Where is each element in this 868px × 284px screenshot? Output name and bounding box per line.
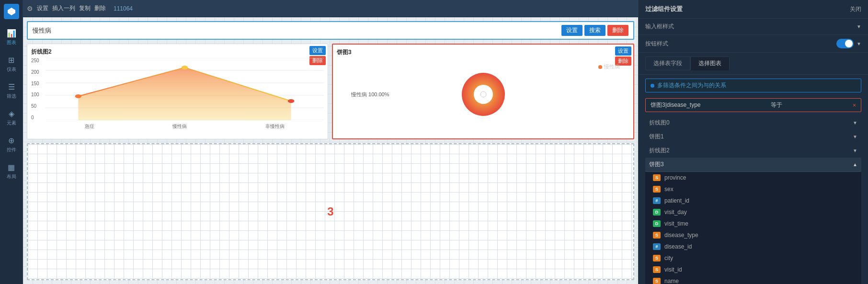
filter-condition-close-btn[interactable]: × [853,102,856,109]
line-chart-widget: 折线图2 设置 删除 250 200 150 100 50 0 [27,44,328,139]
field-label-patient-id: patient_id [664,197,689,204]
right-panel-header: 过滤组件设置 关闭 [639,0,868,19]
chart-list-item-1[interactable]: 饼图1 ▼ [645,130,861,144]
layout-icon: ▦ [8,163,15,172]
input-style-dropdown-arrow[interactable]: ▼ [857,24,861,29]
button-style-toggle[interactable] [836,39,854,48]
pie-legend: 慢性病 [598,63,620,70]
filter-condition-name: 饼图3|disease_type [651,101,701,109]
filter-condition-operator: 等于 [771,101,782,109]
pie-chart-title: 饼图3 [337,48,629,57]
charts-row: 折线图2 设置 删除 250 200 150 100 50 0 [27,44,634,139]
field-item-sex[interactable]: S sex [645,183,861,195]
pie-legend-dot [598,65,602,69]
field-label-sex: sex [664,186,674,193]
chart-list-item-2-label: 折线图2 [649,147,670,155]
field-type-disease-id: # [653,243,661,250]
sidebar-item-filter[interactable]: ☰ 筛选 [1,79,22,103]
filter-condition-row: 饼图3|disease_type 等于 × [645,98,861,112]
field-item-visit-time[interactable]: D visit_time [645,218,861,229]
chart-list: 折线图0 ▼ 饼图1 ▼ 折线图2 ▼ 饼图3 ▲ S province [639,114,868,284]
field-label-visit-time: visit_time [664,220,688,227]
line-chart-y-labels: 250 200 150 100 50 0 [31,58,46,120]
sidebar-item-chart[interactable]: 📊 图表 [1,25,22,50]
chart-list-item-3-label: 饼图3 [649,160,664,169]
topbar-insert-btn[interactable]: 插入一列 [52,4,75,12]
field-item-visit-id[interactable]: S visit_id [645,264,861,275]
field-type-visit-id: S [653,266,661,273]
sidebar: 📊 图表 ⊞ 仪表 ☰ 筛选 ◈ 元素 ⊕ 控件 ▦ 布局 [0,0,23,284]
pie-chart-settings-btn[interactable]: 设置 [615,46,631,56]
svg-marker-0 [8,8,15,15]
button-style-dropdown-arrow[interactable]: ▼ [857,41,861,46]
topbar-delete-btn[interactable]: 删除 [94,4,106,12]
line-chart-settings-btn[interactable]: 设置 [309,46,326,55]
line-chart-x-labels: 急症 慢性病 非慢性病 [46,123,324,130]
line-chart-title: 折线图2 [31,48,324,56]
chart-list-item-0[interactable]: 折线图0 ▼ [645,116,861,130]
settings-icon: ⚙ [27,5,33,12]
empty-panel-number: 3 [327,205,333,218]
chart-list-item-0-label: 折线图0 [649,119,670,127]
button-style-control: ▼ [836,39,861,48]
field-type-sex: S [653,186,661,193]
line-chart-container: 250 200 150 100 50 0 [31,58,324,130]
input-style-section: 输入框样式 ▼ [639,19,868,35]
chart-list-item-2[interactable]: 折线图2 ▼ [645,144,861,158]
chart-list-item-2-arrow: ▼ [853,148,857,153]
field-label-visit-id: visit_id [664,266,682,273]
filter-search-btn[interactable]: 搜索 [584,25,605,36]
field-item-city[interactable]: S city [645,252,861,264]
right-panel: 过滤组件设置 关闭 输入框样式 ▼ 按钮样式 ▼ 选择表字段 选择图表 多筛选条 [638,0,868,284]
sidebar-item-control[interactable]: ⊕ 控件 [1,132,22,157]
filter-delete-btn[interactable]: 删除 [607,25,628,36]
filter-settings-btn[interactable]: 设置 [561,25,582,36]
field-item-province[interactable]: S province [645,172,861,183]
field-item-patient-id[interactable]: # patient_id [645,195,861,206]
pie-legend-label: 慢性病 [604,63,620,70]
pie-chart-widget: 饼图3 设置 删除 慢性病 慢性病 100.00% [332,44,634,139]
topbar-settings-btn[interactable]: 设置 [37,4,48,12]
tab-field[interactable]: 选择表字段 [645,57,690,70]
right-panel-close-btn[interactable]: 关闭 [850,5,861,13]
field-label-disease-type: disease_type [664,232,698,239]
filter-bar-left: 慢性病 [33,26,51,35]
condition-label: 多筛选条件之间为与的关系 [657,81,726,90]
control-icon: ⊕ [8,136,14,145]
right-panel-title: 过滤组件设置 [645,5,683,13]
field-list: S province S sex # patient_id D visit_da… [645,172,861,284]
element-icon: ◈ [9,109,14,118]
field-label-visit-day: visit_day [664,209,687,216]
input-style-control: ▼ [857,24,861,29]
field-label-disease-id: disease_id [664,243,692,250]
main-content: ⚙ 设置 插入一列 复制 删除 111064 慢性病 设置 搜索 删除 [23,0,638,284]
sidebar-item-element[interactable]: ◈ 元素 [1,105,22,130]
input-style-label: 输入框样式 [645,23,674,31]
field-item-name[interactable]: S name [645,275,861,284]
topbar-copy-btn[interactable]: 复制 [79,4,91,12]
svg-point-9 [182,66,188,69]
field-type-patient-id: # [653,197,661,204]
field-type-visit-day: D [653,209,661,216]
canvas-area: 慢性病 设置 搜索 删除 折线图2 设置 删除 [23,17,638,284]
sidebar-item-dashboard[interactable]: ⊞ 仪表 [1,52,22,77]
tab-chart[interactable]: 选择图表 [690,57,730,70]
top-bar: ⚙ 设置 插入一列 复制 删除 111064 [23,0,638,17]
field-label-province: province [664,174,686,181]
field-item-disease-type[interactable]: S disease_type [645,229,861,241]
chart-list-item-1-label: 饼图1 [649,133,664,141]
sidebar-logo [4,4,19,19]
filter-tag: 慢性病 [33,26,51,35]
sidebar-item-layout[interactable]: ▦ 布局 [1,159,22,184]
field-item-visit-day[interactable]: D visit_day [645,206,861,218]
condition-dot [651,84,654,88]
field-type-province: S [653,174,661,181]
chart-list-item-3-arrow: ▲ [853,162,857,167]
field-type-city: S [653,255,661,261]
field-label-name: name [664,278,679,284]
field-item-disease-id[interactable]: # disease_id [645,241,861,252]
chart-list-item-3[interactable]: 饼图3 ▲ [645,158,861,172]
line-chart-svg [46,58,324,120]
chart-list-item-1-arrow: ▼ [853,134,857,139]
button-style-label: 按钮样式 [645,40,668,48]
